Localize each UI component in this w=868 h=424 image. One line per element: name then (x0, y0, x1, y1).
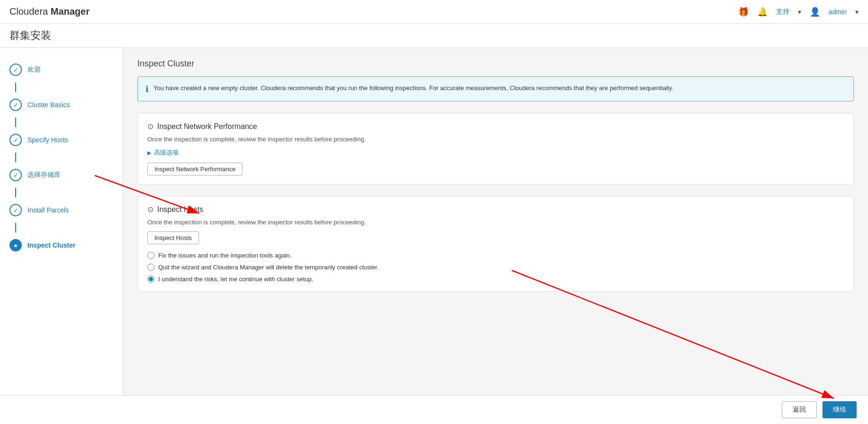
header-right: 🎁 🔔 支持 ▾ 👤 admin ▾ (738, 7, 859, 17)
inspect-cluster-step-icon: ● (9, 239, 22, 251)
connector-4 (15, 188, 16, 197)
chevron-right-icon: ▶ (147, 150, 151, 156)
advanced-toggle[interactable]: ▶ 高级选项 (147, 148, 844, 157)
inspect-hosts-button[interactable]: Inspect Hosts (147, 231, 199, 244)
hosts-description: Once the inspection is complete, review … (147, 219, 844, 226)
network-clock-icon: ⊙ (147, 122, 154, 131)
select-repo-step-icon: ✓ (9, 169, 22, 181)
network-title-text: Inspect Network Performance (157, 122, 257, 131)
sidebar-item-select-repo-label: 选择存储库 (27, 171, 61, 179)
connector-3 (15, 153, 16, 162)
sidebar-item-install-parcels[interactable]: ✓ Install Parcels (0, 197, 123, 223)
sidebar-item-specify-hosts[interactable]: ✓ Specify Hosts (0, 127, 123, 153)
footer: 返回 继续 (0, 395, 868, 424)
user-icon: 👤 (810, 7, 820, 17)
info-icon: ℹ (145, 84, 149, 94)
radio-continue-label: I understand the risks, let me continue … (158, 276, 313, 283)
sidebar-item-select-repo[interactable]: ✓ 选择存储库 (0, 162, 123, 188)
radio-item-fix[interactable]: Fix the issues and run the inspection to… (147, 252, 844, 259)
radio-fix[interactable] (147, 252, 154, 259)
radio-group: Fix the issues and run the inspection to… (147, 252, 844, 283)
sidebar-item-cluster-basics-label: Cluster Basics (27, 101, 70, 109)
inspect-network-button[interactable]: Inspect Network Performance (147, 163, 243, 175)
hosts-clock-icon: ⊙ (147, 205, 154, 214)
content-area: Inspect Cluster ℹ You have created a new… (123, 47, 868, 424)
page-title: 群集安装 (9, 28, 859, 43)
radio-quit-label: Quit the wizard and Cloudera Manager wil… (158, 264, 379, 271)
inspect-cluster-title: Inspect Cluster (137, 59, 854, 69)
bell-icon[interactable]: 🔔 (757, 7, 768, 17)
sidebar-item-inspect-cluster-label: Inspect Cluster (27, 241, 75, 249)
connector-5 (15, 223, 16, 232)
radio-continue[interactable] (147, 276, 154, 283)
page-title-bar: 群集安装 (0, 24, 868, 48)
advanced-toggle-label: 高级选项 (154, 148, 179, 157)
connector-1 (15, 83, 16, 92)
network-section-title: ⊙ Inspect Network Performance (147, 122, 844, 131)
inspect-network-section: ⊙ Inspect Network Performance Once the i… (137, 113, 854, 184)
sidebar-item-welcome[interactable]: ✓ 欢迎 (0, 57, 123, 83)
info-box-text: You have created a new empty cluster. Cl… (154, 83, 673, 93)
gift-icon[interactable]: 🎁 (738, 7, 749, 17)
chevron-admin-icon: ▾ (855, 8, 859, 16)
install-parcels-step-icon: ✓ (9, 204, 22, 216)
welcome-step-icon: ✓ (9, 64, 22, 76)
logo-manager: Manager (51, 6, 90, 17)
back-button[interactable]: 返回 (782, 401, 817, 418)
chevron-support-icon: ▾ (798, 8, 801, 16)
main-layout: ✓ 欢迎 ✓ Cluster Basics ✓ Specify Hosts ✓ … (0, 47, 868, 424)
support-link[interactable]: 支持 (776, 8, 789, 16)
info-box: ℹ You have created a new empty cluster. … (137, 76, 854, 101)
sidebar-item-inspect-cluster[interactable]: ● Inspect Cluster (0, 232, 123, 258)
continue-button[interactable]: 继续 (823, 401, 857, 418)
inspect-hosts-section: ⊙ Inspect Hosts Once the inspection is c… (137, 196, 854, 292)
radio-fix-label: Fix the issues and run the inspection to… (158, 252, 291, 259)
network-description: Once the inspection is complete, review … (147, 136, 844, 143)
cluster-basics-step-icon: ✓ (9, 99, 22, 111)
logo: Cloudera Manager (9, 6, 90, 17)
sidebar: ✓ 欢迎 ✓ Cluster Basics ✓ Specify Hosts ✓ … (0, 47, 123, 424)
radio-quit[interactable] (147, 264, 154, 271)
radio-item-continue[interactable]: I understand the risks, let me continue … (147, 276, 844, 283)
hosts-section-title: ⊙ Inspect Hosts (147, 205, 844, 214)
header: Cloudera Manager 🎁 🔔 支持 ▾ 👤 admin ▾ (0, 0, 868, 24)
specify-hosts-step-icon: ✓ (9, 134, 22, 146)
radio-item-quit[interactable]: Quit the wizard and Cloudera Manager wil… (147, 264, 844, 271)
sidebar-item-welcome-label: 欢迎 (27, 65, 41, 74)
hosts-title-text: Inspect Hosts (157, 205, 203, 214)
connector-2 (15, 118, 16, 127)
admin-link[interactable]: admin (829, 8, 847, 16)
sidebar-item-install-parcels-label: Install Parcels (27, 206, 69, 214)
sidebar-item-cluster-basics[interactable]: ✓ Cluster Basics (0, 92, 123, 118)
sidebar-item-specify-hosts-label: Specify Hosts (27, 136, 68, 144)
